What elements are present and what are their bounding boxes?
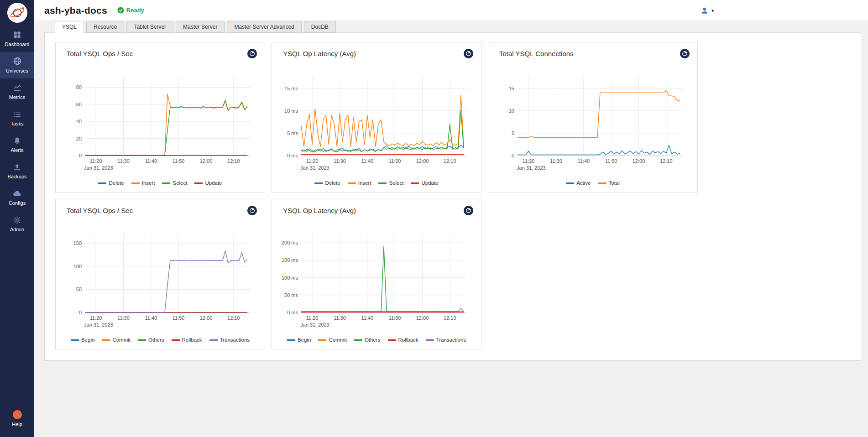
legend-label: Begin — [298, 337, 311, 343]
chart-legend: BeginCommitOthersRollbackTransactions — [272, 337, 481, 349]
svg-text:12:10: 12:10 — [660, 158, 673, 164]
legend-item[interactable]: Begin — [287, 337, 311, 343]
svg-text:11:30: 11:30 — [550, 158, 562, 164]
legend-label: Insert — [358, 180, 371, 186]
legend-item[interactable]: Others — [354, 337, 381, 343]
sidebar-item-label: Help — [12, 421, 22, 427]
legend-item[interactable]: Begin — [71, 337, 94, 343]
legend-label: Delete — [325, 180, 340, 186]
svg-text:11:30: 11:30 — [117, 158, 130, 164]
legend-swatch — [131, 182, 140, 184]
chart-plot: 05010015011:20Jan 31, 202311:3011:4011:5… — [56, 215, 265, 337]
sidebar-item-metrics[interactable]: Metrics — [0, 78, 34, 105]
app-header: ash-yba-docs Ready ▾ — [34, 0, 868, 21]
legend-swatch — [209, 339, 218, 341]
tab-resource[interactable]: Resource — [86, 21, 124, 33]
sidebar-item-label: Configs — [9, 200, 26, 206]
svg-text:12:10: 12:10 — [444, 158, 456, 164]
legend-item[interactable]: Transactions — [209, 337, 250, 343]
svg-text:11:40: 11:40 — [145, 158, 157, 164]
sidebar-item-universes[interactable]: Universes — [0, 52, 34, 78]
chart-plot: 0 ms5 ms10 ms15 ms11:20Jan 31, 202311:30… — [272, 58, 481, 180]
svg-text:Jan 31, 2023: Jan 31, 2023 — [300, 322, 329, 328]
legend-item[interactable]: Delete — [314, 180, 340, 186]
sidebar-item-dashboard[interactable]: Dashboard — [0, 26, 34, 52]
sidebar-help: ?Help — [0, 407, 34, 430]
status-text: Ready — [126, 7, 144, 14]
tab-docdb[interactable]: DocDB — [304, 21, 336, 33]
page-title: ash-yba-docs — [44, 5, 107, 16]
legend-item[interactable]: Transactions — [426, 337, 466, 343]
legend-item[interactable]: Rollback — [172, 337, 202, 343]
sidebar-item-tasks[interactable]: Tasks — [0, 105, 34, 131]
svg-text:0: 0 — [512, 153, 514, 158]
legend-item[interactable]: Commit — [318, 337, 347, 343]
help-icon: ? — [13, 410, 22, 419]
chart-options-icon[interactable] — [463, 205, 474, 216]
chart-plot: 0 ms50 ms100 ms150 ms200 ms11:20Jan 31, … — [272, 215, 481, 337]
legend-item[interactable]: Insert — [348, 180, 371, 186]
svg-text:0 ms: 0 ms — [287, 153, 298, 158]
svg-text:11:20: 11:20 — [306, 158, 319, 164]
legend-swatch — [378, 182, 387, 184]
legend-item[interactable]: Delete — [98, 180, 124, 186]
dashboard-icon — [13, 30, 21, 39]
legend-item[interactable]: Total — [598, 180, 620, 186]
legend-item[interactable]: Update — [194, 180, 222, 186]
svg-text:11:50: 11:50 — [173, 315, 185, 321]
svg-text:10 ms: 10 ms — [284, 108, 298, 114]
legend-item[interactable]: Commit — [102, 337, 131, 343]
metrics-panel: Total YSQL Ops / Sec02040608011:20Jan 31… — [44, 32, 861, 361]
legend-label: Transactions — [220, 337, 250, 343]
legend-label: Insert — [142, 180, 155, 186]
svg-text:100: 100 — [73, 264, 82, 269]
yugabyte-logo[interactable] — [7, 3, 27, 23]
chart-card: YSQL Op Latency (Avg)0 ms5 ms10 ms15 ms1… — [272, 42, 481, 192]
legend-item[interactable]: Select — [378, 180, 403, 186]
tab-tablet-server[interactable]: Tablet Server — [126, 21, 173, 33]
sidebar-item-configs[interactable]: Configs — [0, 184, 34, 211]
svg-text:10: 10 — [509, 108, 514, 114]
chart-options-icon[interactable] — [247, 48, 257, 59]
svg-text:11:50: 11:50 — [389, 158, 401, 164]
chart-header: Total YSQL Ops / Sec — [56, 199, 265, 215]
user-menu[interactable]: ▾ — [701, 0, 714, 21]
admin-icon — [13, 215, 21, 224]
sidebar-item-backups[interactable]: Backups — [0, 158, 34, 184]
legend-swatch — [98, 182, 106, 184]
svg-text:80: 80 — [76, 84, 82, 90]
svg-text:12:00: 12:00 — [416, 158, 429, 164]
legend-swatch — [172, 339, 180, 341]
tab-master-server-advanced[interactable]: Master Server Advanced — [227, 21, 301, 33]
tab-master-server[interactable]: Master Server — [176, 21, 225, 33]
legend-item[interactable]: Others — [138, 337, 164, 343]
svg-text:12:00: 12:00 — [200, 315, 213, 321]
chart-legend: ActiveTotal — [488, 180, 697, 192]
sidebar-item-help[interactable]: ?Help — [0, 407, 34, 430]
legend-item[interactable]: Update — [411, 180, 438, 186]
svg-text:Jan 31, 2023: Jan 31, 2023 — [84, 322, 113, 328]
chart-options-icon[interactable] — [463, 48, 474, 59]
legend-item[interactable]: Select — [162, 180, 187, 186]
sidebar-item-alerts[interactable]: Alerts — [0, 131, 34, 158]
chevron-down-icon: ▾ — [711, 8, 714, 14]
svg-text:12:00: 12:00 — [416, 315, 429, 321]
svg-text:11:50: 11:50 — [605, 158, 617, 164]
svg-text:11:50: 11:50 — [389, 315, 401, 321]
chart-plot: 05101511:20Jan 31, 202311:3011:4011:5012… — [488, 58, 697, 180]
tab-ysql[interactable]: YSQL — [55, 21, 84, 33]
main-content: YSQLResourceTablet ServerMaster ServerMa… — [34, 21, 868, 437]
legend-swatch — [138, 339, 146, 341]
legend-item[interactable]: Insert — [131, 180, 155, 186]
svg-text:0 ms: 0 ms — [287, 310, 298, 315]
sidebar-item-label: Admin — [10, 227, 24, 232]
chart-options-icon[interactable] — [680, 48, 690, 59]
chart-options-icon[interactable] — [247, 205, 257, 216]
legend-swatch — [318, 339, 326, 341]
legend-item[interactable]: Active — [566, 180, 591, 186]
sidebar-item-admin[interactable]: Admin — [0, 211, 34, 237]
svg-text:12:00: 12:00 — [200, 158, 213, 164]
sidebar-item-label: Metrics — [9, 94, 25, 100]
legend-item[interactable]: Rollback — [388, 337, 418, 343]
chart-title: Total YSQL Ops / Sec — [67, 207, 133, 214]
